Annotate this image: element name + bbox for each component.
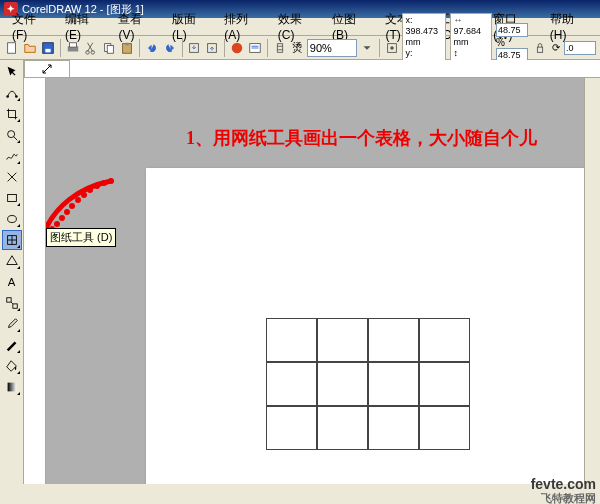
watermark: fevte.com 飞特教程网 [531,477,596,504]
ruler-vertical[interactable] [24,78,46,484]
print-button[interactable] [65,38,81,58]
svg-point-16 [390,46,394,50]
coord-w: 97.684 mm [454,26,482,47]
svg-rect-17 [537,47,542,52]
save-button[interactable] [40,38,56,58]
ellipse-tool[interactable] [2,209,22,229]
svg-rect-8 [107,45,113,53]
svg-rect-4 [69,42,76,46]
svg-rect-27 [7,383,16,392]
scrollbar-vertical[interactable] [584,78,600,484]
redo-button[interactable] [162,38,178,58]
zoom-tool[interactable] [2,125,22,145]
eyedropper-tool[interactable] [2,314,22,334]
svg-rect-0 [8,42,16,53]
svg-point-20 [7,131,14,138]
coord-x: 398.473 mm [406,26,439,47]
watermark-sub: 飞特教程网 [531,492,596,504]
hint-label: 烫 [292,40,303,55]
rectangle-tool[interactable] [2,188,22,208]
freehand-tool[interactable] [2,146,22,166]
basic-shapes-tool[interactable] [2,251,22,271]
rotation-input[interactable] [564,41,596,55]
svg-rect-10 [125,42,129,45]
svg-point-34 [69,203,75,209]
svg-point-37 [54,221,60,227]
svg-point-33 [75,197,81,203]
import-button[interactable] [186,38,202,58]
welcome-button[interactable] [247,38,263,58]
snap-button[interactable] [384,38,400,58]
lock-ratio-button[interactable] [532,38,548,58]
undo-button[interactable] [144,38,160,58]
svg-point-35 [64,209,70,215]
export-button[interactable] [204,38,220,58]
shape-tool[interactable] [2,83,22,103]
svg-rect-2 [45,48,50,52]
copy-button[interactable] [101,38,117,58]
toolbar: 烫 x: 398.473 mm y: 171.416 mm ↔ 97.684 m… [0,36,600,60]
watermark-brand: fevte.com [531,477,596,492]
svg-text:A: A [7,276,15,288]
pick-tool[interactable] [2,62,22,82]
svg-point-29 [101,180,107,186]
svg-point-32 [81,192,87,198]
ruler-horizontal[interactable] [70,60,600,78]
smart-draw-tool[interactable] [2,167,22,187]
drawn-grid[interactable] [266,318,470,450]
svg-point-36 [59,215,65,221]
toolbox: A [0,60,24,484]
svg-point-30 [94,183,100,189]
svg-point-31 [87,187,93,193]
cut-button[interactable] [83,38,99,58]
svg-point-18 [6,95,9,98]
interactive-blend-tool[interactable] [2,293,22,313]
zoom-input[interactable] [307,39,357,57]
svg-rect-25 [6,298,10,302]
outline-tool[interactable] [2,335,22,355]
svg-point-22 [7,216,16,223]
page [146,168,584,484]
open-button[interactable] [22,38,38,58]
paste-button[interactable] [119,38,135,58]
scale-x-input[interactable] [496,23,528,37]
text-tool[interactable]: A [2,272,22,292]
tool-tooltip: 图纸工具 (D) [46,228,116,247]
lantern-icon[interactable] [272,38,288,58]
interactive-fill-tool[interactable] [2,377,22,397]
zoom-dropdown[interactable] [359,38,375,58]
new-button[interactable] [4,38,20,58]
canvas[interactable]: 图纸工具 (D) 1、用网纸工具画出一个表格，大小随自个儿 [46,78,584,484]
graph-paper-tool[interactable] [2,230,22,250]
svg-rect-21 [7,195,16,202]
fill-tool[interactable] [2,356,22,376]
app-launcher-button[interactable] [229,38,245,58]
ruler-origin[interactable] [24,60,70,78]
svg-point-13 [232,42,243,53]
instruction-text: 1、用网纸工具画出一个表格，大小随自个儿 [186,126,537,150]
svg-point-28 [108,178,114,184]
crop-tool[interactable] [2,104,22,124]
